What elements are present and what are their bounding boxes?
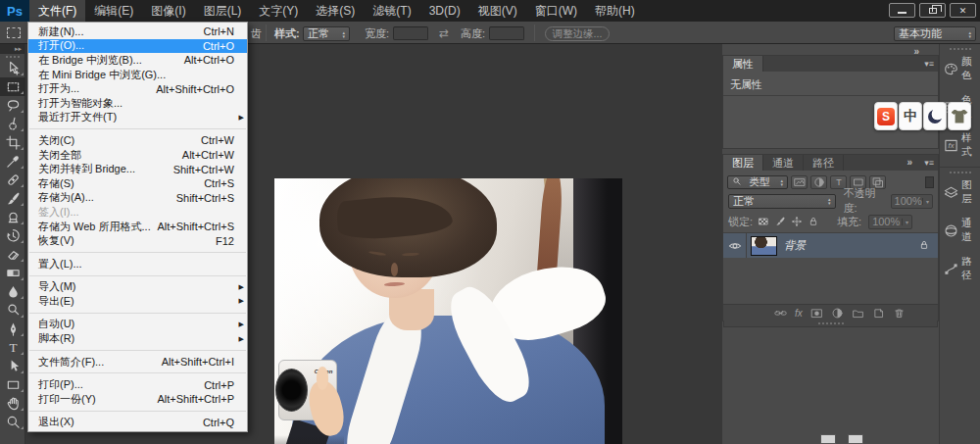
tool-hand[interactable] — [0, 394, 25, 413]
workspace-switcher[interactable]: 基本功能▴▾ — [894, 26, 976, 41]
width-input[interactable] — [393, 26, 428, 40]
panel-resize-grip[interactable] — [723, 321, 938, 327]
style-dropdown[interactable]: 正常▴▾ — [303, 26, 350, 41]
tools-grip[interactable] — [6, 56, 20, 58]
file-menu-item[interactable]: 打印(P)... Ctrl+P — [28, 377, 247, 392]
opacity-value[interactable]: 100%▾ — [891, 194, 933, 209]
layer-visibility-toggle[interactable] — [723, 233, 747, 258]
link-button[interactable] — [774, 307, 787, 320]
tool-spot-healing-brush[interactable] — [0, 171, 25, 189]
tool-brush[interactable] — [0, 189, 25, 208]
trash-button[interactable] — [893, 307, 906, 320]
menubar-item-1[interactable]: 编辑(E) — [85, 0, 142, 22]
sogou-logo-button[interactable]: S — [874, 102, 898, 130]
file-menu-item[interactable]: 置入(L)... — [28, 257, 247, 271]
height-input[interactable] — [489, 26, 524, 40]
file-menu-item[interactable]: 关闭全部 Alt+Ctrl+W — [28, 148, 247, 163]
menubar-item-6[interactable]: 滤镜(T) — [364, 0, 419, 22]
file-menu-item[interactable]: 在 Mini Bridge 中浏览(G)... — [28, 68, 247, 82]
file-menu-item[interactable]: 导出(E) ▶ — [28, 294, 247, 309]
tool-rectangle[interactable] — [0, 375, 25, 394]
minimize-button[interactable] — [889, 3, 915, 18]
file-menu-item[interactable]: 存储(S) Ctrl+S — [28, 176, 247, 191]
file-menu-item[interactable]: 打开为智能对象... — [28, 96, 247, 111]
file-menu-item[interactable]: 文件简介(F)... Alt+Shift+Ctrl+I — [28, 355, 247, 370]
file-menu-item[interactable]: 打印一份(Y) Alt+Shift+Ctrl+P — [28, 392, 247, 407]
menubar-item-3[interactable]: 图层(L) — [195, 0, 251, 22]
tab-paths[interactable]: 路径 — [804, 155, 844, 171]
collapse-tools-icon[interactable]: ▸▸ — [0, 44, 24, 54]
tool-path-selection[interactable] — [0, 357, 25, 375]
filter-toggle[interactable] — [925, 176, 934, 188]
tool-eraser[interactable] — [0, 245, 25, 264]
tool-crop[interactable] — [0, 133, 25, 152]
dock-button-paths[interactable]: 路径 — [940, 252, 980, 285]
lock-lock-icon[interactable] — [807, 216, 819, 228]
tool-lasso[interactable] — [0, 96, 25, 115]
file-menu-item[interactable]: 在 Bridge 中浏览(B)... Alt+Ctrl+O — [28, 53, 247, 68]
fx-button[interactable]: fx — [795, 308, 803, 319]
file-menu-item[interactable]: 新建(N)... Ctrl+N — [28, 25, 247, 39]
menubar-item-10[interactable]: 帮助(H) — [586, 0, 644, 22]
tool-type[interactable]: T — [0, 338, 25, 357]
file-menu-item[interactable]: 自动(U) ▶ — [28, 318, 247, 332]
fill-value[interactable]: 100%▾ — [868, 215, 912, 229]
restore-button[interactable] — [919, 3, 946, 18]
image-filter-icon[interactable] — [791, 175, 808, 189]
new-layer-button[interactable] — [872, 307, 885, 320]
file-menu-item[interactable]: 签入(I)... — [28, 205, 247, 220]
menubar-item-5[interactable]: 选择(S) — [307, 0, 364, 22]
layer-row[interactable]: 背景 — [723, 233, 938, 258]
menubar-item-0[interactable]: 文件(F) — [29, 0, 85, 22]
tool-zoom[interactable] — [0, 413, 25, 431]
lock-transparency-icon[interactable] — [757, 216, 769, 228]
file-menu-item[interactable]: 恢复(V) F12 — [28, 233, 247, 248]
blend-mode-dropdown[interactable]: 正常 ▴▾ — [728, 194, 836, 209]
tab-channels[interactable]: 通道 — [763, 155, 804, 171]
tab-properties[interactable]: 属性 — [723, 56, 763, 72]
panel-menu-icon[interactable]: ▾≡ — [924, 158, 934, 168]
file-menu-item[interactable]: 打开为... Alt+Shift+Ctrl+O — [28, 81, 247, 96]
refine-edge-button[interactable]: 调整边缘... — [545, 26, 610, 41]
hidden-panel-button[interactable] — [820, 434, 836, 444]
tool-move[interactable] — [0, 59, 25, 77]
hidden-panel-button[interactable] — [848, 434, 863, 444]
dock-grip[interactable] — [950, 48, 971, 50]
panel-menu-icon[interactable]: ▾≡ — [924, 59, 934, 69]
close-button[interactable]: ✕ — [950, 3, 976, 18]
dock-grip[interactable] — [950, 172, 971, 173]
tool-clone-stamp[interactable] — [0, 208, 25, 226]
adjustment-filter-icon[interactable] — [810, 175, 827, 189]
tool-dodge[interactable] — [0, 301, 25, 320]
file-menu-item[interactable]: 打开(O)... Ctrl+O — [28, 39, 247, 54]
layer-filter-dropdown[interactable]: 类型 ▴▾ — [727, 175, 788, 189]
tool-preset-icon[interactable] — [7, 27, 21, 38]
menubar-item-7[interactable]: 3D(D) — [420, 0, 469, 22]
chinese-mode-button[interactable]: 中 — [899, 102, 922, 130]
layer-name[interactable]: 背景 — [784, 238, 806, 253]
collapse-panel-icon[interactable]: » — [906, 157, 912, 168]
tool-gradient[interactable] — [0, 264, 25, 282]
tool-quick-selection[interactable] — [0, 115, 25, 133]
swap-width-height-icon[interactable]: ⇄ — [439, 26, 449, 40]
document-photo[interactable]: Canon — [274, 178, 622, 444]
night-mode-button[interactable] — [923, 102, 947, 130]
menubar-item-8[interactable]: 视图(V) — [469, 0, 526, 22]
file-menu-item[interactable]: 脚本(R) ▶ — [28, 331, 247, 346]
dock-button-styles[interactable]: fx样式 — [940, 128, 980, 162]
tab-layers[interactable]: 图层 — [723, 155, 763, 171]
tool-history-brush[interactable] — [0, 226, 25, 245]
mask-button[interactable] — [810, 307, 823, 320]
lock-brush-small-icon[interactable] — [773, 216, 786, 228]
folder-button[interactable] — [852, 307, 864, 320]
file-menu-item[interactable]: 退出(X) Ctrl+Q — [28, 416, 247, 430]
tool-blur[interactable] — [0, 282, 25, 301]
adjustment-button[interactable] — [831, 307, 844, 320]
file-menu-item[interactable]: 存储为 Web 所用格式... Alt+Shift+Ctrl+S — [28, 220, 247, 234]
file-menu-item[interactable]: 存储为(A)... Shift+Ctrl+S — [28, 191, 247, 206]
tool-eyedropper[interactable] — [0, 152, 25, 171]
dock-button-layers[interactable]: 图层 — [940, 175, 980, 209]
layer-thumbnail[interactable] — [752, 237, 776, 255]
dock-button-channels[interactable]: 通道 — [940, 214, 980, 247]
file-menu-item[interactable]: 关闭(C) Ctrl+W — [28, 133, 247, 148]
